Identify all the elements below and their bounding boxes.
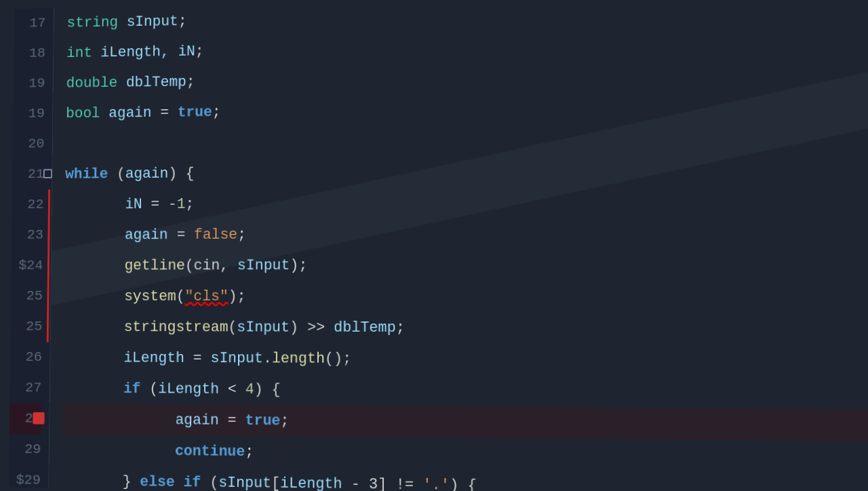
code-line-24: getline(cin, sInput); (64, 249, 868, 281)
token: again (108, 104, 152, 121)
line-numbers: 17 18 19 19 20 21 22 23 (9, 8, 54, 488)
token: iLength (123, 349, 184, 366)
token: ; (396, 319, 405, 336)
token: ) >> (290, 319, 334, 336)
token: . (263, 350, 272, 367)
token: ; (280, 412, 289, 429)
token (62, 411, 175, 429)
token: ) { (254, 381, 281, 398)
token: ); (229, 288, 246, 305)
token: iLength (158, 380, 219, 397)
token: dblTemp (334, 319, 396, 336)
code-line-25: system("cls"); (64, 281, 868, 313)
line-num-20: 20 (13, 129, 45, 159)
token: sInput (218, 474, 271, 491)
token: ; (186, 73, 195, 90)
code-line-21: while (again) { (65, 153, 868, 189)
token (64, 288, 124, 305)
token: else if (140, 473, 201, 491)
line-num-23: 23 (12, 220, 43, 250)
token: false (194, 227, 237, 243)
token: sInput (237, 257, 290, 274)
token (64, 257, 125, 274)
token (63, 349, 123, 366)
token: [ (271, 475, 280, 491)
token: iLength (280, 475, 342, 491)
code-line-27: if (iLength < 4) { (63, 373, 868, 410)
token (64, 227, 125, 243)
token: = (151, 104, 177, 121)
line-num-28-bp: 28 (9, 404, 41, 435)
token (63, 380, 123, 397)
token: -1 (168, 196, 186, 213)
line-num-22: 22 (12, 190, 43, 220)
line-num-26: 26 (10, 342, 42, 372)
token: '.' (422, 476, 450, 491)
token: ; (195, 43, 204, 60)
token: 4 (245, 381, 254, 398)
token: = (168, 227, 195, 243)
token: true (245, 412, 281, 429)
token: ; (245, 443, 254, 460)
token: iLength, iN (100, 43, 195, 60)
token: iN (125, 196, 142, 213)
token: ; (178, 13, 187, 30)
line-num-25: 25 (11, 281, 43, 311)
token: dblTemp (126, 74, 186, 91)
token: ; (212, 104, 221, 121)
token: stringstream (124, 319, 229, 336)
token: ) { (168, 165, 194, 182)
line-num-27: 27 (9, 372, 41, 404)
code-line-23: again = false; (64, 216, 868, 250)
token: ); (290, 257, 307, 274)
fold-marker[interactable] (43, 169, 52, 178)
token: length (272, 350, 325, 367)
token: int (66, 44, 101, 61)
line-num-19: 19 (14, 68, 45, 99)
token: = (219, 412, 245, 429)
token: ( (140, 380, 158, 397)
line-num-18: 18 (14, 38, 45, 68)
token: ) { (450, 477, 477, 491)
token: ( (201, 474, 218, 491)
code-editor: 17 18 19 19 20 21 22 23 (9, 0, 868, 491)
line-num-21: 21 (12, 159, 44, 190)
token: system (124, 288, 176, 305)
token: string (66, 14, 126, 31)
code-line-25b: stringstream(sInput) >> dblTemp; (64, 311, 868, 345)
token: ; (237, 227, 246, 243)
token: (); (325, 350, 351, 367)
code-line-26: iLength = sInput.length(); (63, 342, 868, 377)
token-while: while (65, 165, 108, 182)
token-string-cls: "cls" (184, 288, 228, 305)
line-num-17: 17 (14, 8, 46, 39)
token (62, 441, 175, 459)
line-num-25b: 25 (10, 311, 42, 342)
token (64, 319, 124, 336)
breakpoint-line (47, 189, 50, 342)
token: = (184, 350, 211, 367)
token: again (125, 165, 169, 182)
token: < (219, 380, 245, 397)
token: again (175, 412, 219, 429)
token: getline (124, 257, 185, 274)
line-num-24: $24 (11, 250, 43, 281)
token: sInput (237, 319, 290, 336)
code-content: string sInput; int iLength, iN; double d… (49, 0, 868, 491)
line-num-29b: $29 (9, 465, 41, 491)
token: again (125, 227, 168, 243)
token: ( (176, 288, 185, 305)
token: - 3] != (342, 475, 423, 491)
token (65, 196, 125, 213)
line-num-19b: 19 (13, 98, 45, 129)
token: if (123, 380, 141, 397)
token: ( (228, 319, 237, 336)
token (62, 473, 122, 490)
token: = (142, 196, 168, 213)
breakpoint-marker[interactable] (33, 412, 44, 425)
token: sInput (210, 350, 263, 367)
token: true (178, 104, 212, 121)
token: (cin, (185, 257, 237, 274)
token: ( (108, 165, 125, 182)
code-line-22: iN = -1; (65, 184, 868, 220)
